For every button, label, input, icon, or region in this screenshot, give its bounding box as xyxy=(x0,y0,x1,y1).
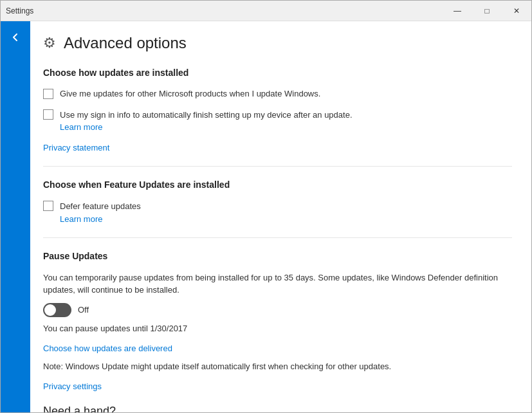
updates-other-products-checkbox[interactable] xyxy=(43,89,53,99)
toggle-knob xyxy=(44,304,56,316)
window-title: Settings xyxy=(6,6,33,15)
checkbox2-label: Use my sign in info to automatically fin… xyxy=(60,110,353,120)
title-bar-left: Settings xyxy=(6,6,33,15)
section-pause-updates: Pause Updates You can temporarily pause … xyxy=(43,251,512,392)
checkbox1-label: Give me updates for other Microsoft prod… xyxy=(60,88,320,100)
section-divider-1 xyxy=(43,166,512,167)
need-hand-title: Need a hand? xyxy=(43,405,512,412)
gear-icon: ⚙ xyxy=(43,35,56,51)
page-header: ⚙ Advanced options xyxy=(43,34,512,52)
section-divider-2 xyxy=(43,237,512,238)
defer-label: Defer feature updates xyxy=(60,201,141,211)
minimize-button[interactable]: — xyxy=(443,1,472,21)
section3-title: Pause Updates xyxy=(43,251,512,261)
defer-container: Defer feature updates Learn more xyxy=(60,200,141,224)
learn-more-link-2[interactable]: Learn more xyxy=(60,214,102,224)
privacy-statement-link[interactable]: Privacy statement xyxy=(43,143,109,152)
learn-more-link-1[interactable]: Learn more xyxy=(60,122,102,132)
pause-toggle-row: Off xyxy=(43,303,512,317)
restore-button[interactable]: □ xyxy=(472,1,502,21)
section2-title: Choose when Feature Updates are installe… xyxy=(43,179,512,190)
title-bar: Settings — □ ✕ xyxy=(1,1,531,21)
toggle-label: Off xyxy=(78,305,89,315)
checkbox-row-1: Give me updates for other Microsoft prod… xyxy=(43,88,512,100)
sign-in-info-checkbox[interactable] xyxy=(43,109,53,120)
title-bar-controls: — □ ✕ xyxy=(443,1,531,21)
pause-body-text: You can temporarily pause updates from b… xyxy=(43,271,512,297)
checkbox-row-2: Use my sign in info to automatically fin… xyxy=(43,109,512,133)
blue-sidebar xyxy=(1,21,30,412)
how-updates-delivered-link[interactable]: Choose how updates are delivered xyxy=(43,344,172,353)
note-text: Note: Windows Update might update itself… xyxy=(43,362,512,371)
section-updates-installed: Choose how updates are installed Give me… xyxy=(43,68,512,153)
section-feature-updates: Choose when Feature Updates are installe… xyxy=(43,179,512,224)
footer-section: Need a hand? xyxy=(43,405,512,412)
page-title: Advanced options xyxy=(64,34,187,52)
checkbox2-container: Use my sign in info to automatically fin… xyxy=(60,109,353,133)
close-button[interactable]: ✕ xyxy=(502,1,531,21)
back-icon xyxy=(11,33,20,42)
pause-date-text: You can pause updates until 1/30/2017 xyxy=(43,324,512,333)
back-button[interactable] xyxy=(6,28,25,47)
section1-title: Choose how updates are installed xyxy=(43,68,512,78)
privacy-settings-link[interactable]: Privacy settings xyxy=(43,381,102,391)
checkbox-row-defer: Defer feature updates Learn more xyxy=(43,200,512,224)
defer-feature-updates-checkbox[interactable] xyxy=(43,201,53,211)
main-content: ⚙ Advanced options Choose how updates ar… xyxy=(30,21,531,412)
content-area: ⚙ Advanced options Choose how updates ar… xyxy=(1,21,531,412)
settings-window: Settings — □ ✕ ⚙ Advanced options xyxy=(0,0,532,413)
pause-toggle[interactable] xyxy=(43,303,71,317)
